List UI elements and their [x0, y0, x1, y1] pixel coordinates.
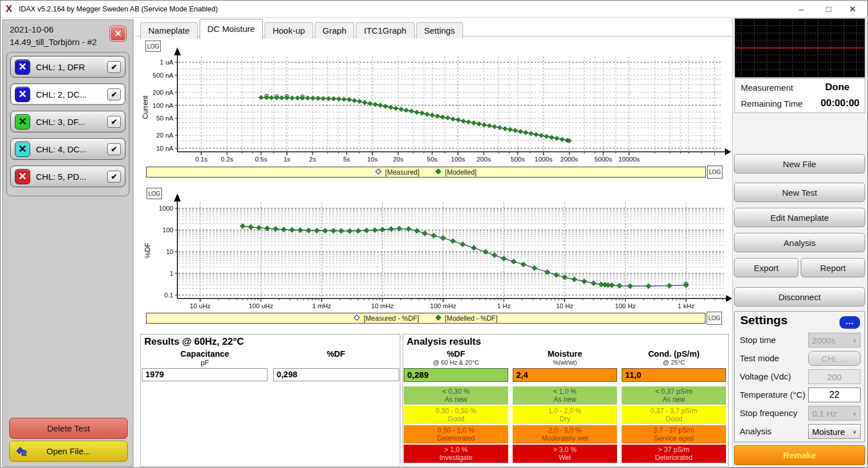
channel-item-2[interactable]: ✕CHL: 2, DC...✔ — [10, 83, 125, 105]
channel-item-1[interactable]: ✕CHL: 1, DFR✔ — [10, 56, 125, 78]
tab-graph[interactable]: Graph — [315, 22, 355, 39]
channel-item-5[interactable]: ✕CHL: 5, PD...✔ — [10, 166, 125, 187]
rating-cell: 0,37 - 3,7 pS/mGood — [622, 406, 726, 424]
settings-rows: Stop time2000s∨Test modeCHL ...Voltage (… — [740, 333, 861, 442]
close-test-button[interactable]: ✕ — [110, 26, 126, 41]
svg-text:1 Hz: 1 Hz — [497, 302, 511, 309]
svg-text:20s: 20s — [393, 156, 404, 163]
log-scale-badge[interactable]: LOG — [707, 312, 722, 325]
analysis-col-subtitle: @ 25°C — [622, 359, 726, 366]
rating-cell: 1,0 - 2,0 %Dry — [513, 406, 617, 424]
channel-item-3[interactable]: ✕CHL: 3, DF...✔ — [10, 111, 125, 132]
open-file-label: Open File... — [46, 446, 91, 456]
open-file-button[interactable]: Open File... — [9, 441, 128, 462]
channel-label: CHL: 5, PD... — [30, 172, 107, 181]
app-logo-icon: X — [6, 3, 12, 15]
rating-range: > 37 pS/m — [658, 446, 689, 454]
rating-cell: 3,7 - 37 pS/mService aged — [622, 425, 726, 443]
current-chart[interactable]: 0.1s0.2s0.5s1s2s5s10s20s50s100s200s500s1… — [137, 36, 732, 165]
channel-checkbox[interactable]: ✔ — [107, 88, 121, 100]
report-button[interactable]: Report — [801, 258, 865, 277]
rating-range: < 0,30 % — [443, 388, 470, 396]
setting-label: Test mode — [740, 353, 779, 363]
rating-label: As new — [554, 396, 576, 404]
svg-text:10 mHz: 10 mHz — [371, 302, 394, 309]
delete-test-button[interactable]: Delete Test — [9, 418, 128, 439]
maximize-button[interactable]: □ — [820, 3, 838, 15]
log-scale-badge[interactable]: LOG — [707, 166, 723, 179]
legend-item: [Measured - %DF] — [354, 314, 419, 322]
channel-label: CHL: 4, DC... — [30, 144, 107, 154]
minimize-button[interactable]: – — [792, 3, 810, 15]
chevron-down-icon: ∨ — [853, 337, 857, 344]
title-bar: X IDAX v5.2.164 by Megger Sweden AB (Ser… — [1, 1, 867, 18]
df-header-label: %DF — [273, 349, 399, 358]
svg-text:50s: 50s — [427, 156, 438, 163]
settings-title: Settings — [740, 313, 788, 327]
svg-text:2s: 2s — [309, 156, 316, 163]
results-panel: Results @ 60Hz, 22°C Capacitance pF %DF … — [140, 334, 400, 467]
new-test-button[interactable]: New Test — [734, 183, 865, 202]
channel-checkbox[interactable]: ✔ — [107, 171, 121, 183]
channel-checkbox[interactable]: ✔ — [107, 143, 121, 155]
channel-item-4[interactable]: ✕CHL: 4, DC...✔ — [10, 138, 125, 160]
app-window: X IDAX v5.2.164 by Megger Sweden AB (Ser… — [0, 0, 868, 468]
df-chart[interactable]: 10 uHz100 uHz1 mHz10 mHz100 mHz1 Hz10 Hz… — [137, 183, 732, 313]
rating-range: 0,37 - 3,7 pS/m — [650, 407, 697, 415]
rating-cell: > 3,0 %Wet — [513, 445, 617, 463]
setting-value: Moisture — [812, 427, 845, 437]
setting-row-stop-frequency: Stop frequency0,1 Hz∨ — [740, 406, 861, 421]
tab-nameplate[interactable]: Nameplate — [140, 22, 198, 39]
export-button[interactable]: Export — [734, 258, 798, 277]
analysis-button[interactable]: Analysis — [734, 233, 865, 252]
rating-range: 1,0 - 2,0 % — [548, 407, 581, 415]
left-sidebar: 2021-10-06 14.49_till_Torbjörn - #2 ✕ ✕C… — [2, 19, 133, 467]
rating-label: Good — [666, 415, 682, 423]
svg-text:10: 10 — [166, 248, 173, 255]
log-scale-badge[interactable]: LOG — [145, 41, 161, 52]
setting-analysis-select[interactable]: Moisture∨ — [808, 424, 861, 439]
setting-temperature-c-input[interactable]: 22 — [808, 388, 861, 402]
settings-menu-button[interactable]: ... — [839, 316, 860, 329]
channel-checkbox[interactable]: ✔ — [107, 116, 121, 128]
svg-text:1 kHz: 1 kHz — [678, 302, 695, 309]
df-value: 0,298 — [273, 368, 399, 381]
svg-text:100s: 100s — [451, 156, 465, 163]
rating-range: 2,0 - 3,0 % — [548, 426, 581, 434]
new-file-button[interactable]: New File — [734, 154, 865, 174]
remake-button[interactable]: Remake — [734, 445, 865, 465]
channel-status-icon: ✕ — [15, 59, 30, 75]
test-name: 14.49_till_Torbjörn - #2 — [10, 37, 97, 47]
setting-label: Voltage (Vdc) — [740, 372, 791, 381]
diamond-icon — [435, 314, 441, 322]
legend-label: [Modelled - %DF] — [445, 314, 498, 322]
svg-text:0.5s: 0.5s — [255, 156, 267, 163]
svg-text:200 nA: 200 nA — [153, 89, 174, 96]
edit-nameplate-button[interactable]: Edit Nameplate — [734, 208, 865, 227]
open-diamond-icon — [375, 168, 382, 176]
analysis-col-title: %DF — [404, 349, 508, 358]
chevron-down-icon: ∨ — [853, 410, 857, 417]
setting-row-analysis: AnalysisMoisture∨ — [740, 424, 861, 439]
svg-text:10 nA: 10 nA — [156, 145, 173, 152]
svg-text:10 Hz: 10 Hz — [556, 302, 573, 309]
legend-label: [Measured - %DF] — [363, 314, 419, 322]
diamond-icon — [435, 168, 441, 176]
measurement-scope-display — [735, 18, 865, 78]
legend-item: [Modelled - %DF] — [435, 314, 498, 322]
svg-text:50 nA: 50 nA — [156, 115, 173, 122]
disconnect-button[interactable]: Disconnect — [734, 287, 865, 306]
tab-hook-up[interactable]: Hook-up — [265, 22, 313, 39]
log-scale-badge[interactable]: LOG — [147, 188, 162, 199]
close-button[interactable]: ✕ — [843, 3, 862, 15]
setting-label: Stop frequency — [740, 408, 797, 418]
tab-dc-moisture[interactable]: DC Moisture — [200, 19, 263, 39]
analysis-title: Analysis results — [407, 336, 481, 348]
setting-row-test-mode: Test modeCHL ... — [740, 351, 861, 366]
chevron-down-icon: ∨ — [853, 429, 857, 435]
svg-text:100 mHz: 100 mHz — [430, 302, 456, 309]
channel-checkbox[interactable]: ✔ — [107, 61, 121, 73]
channel-status-icon: ✕ — [15, 169, 30, 184]
tab-itc1graph[interactable]: ITC1Graph — [356, 22, 414, 39]
tab-settings[interactable]: Settings — [416, 22, 463, 39]
